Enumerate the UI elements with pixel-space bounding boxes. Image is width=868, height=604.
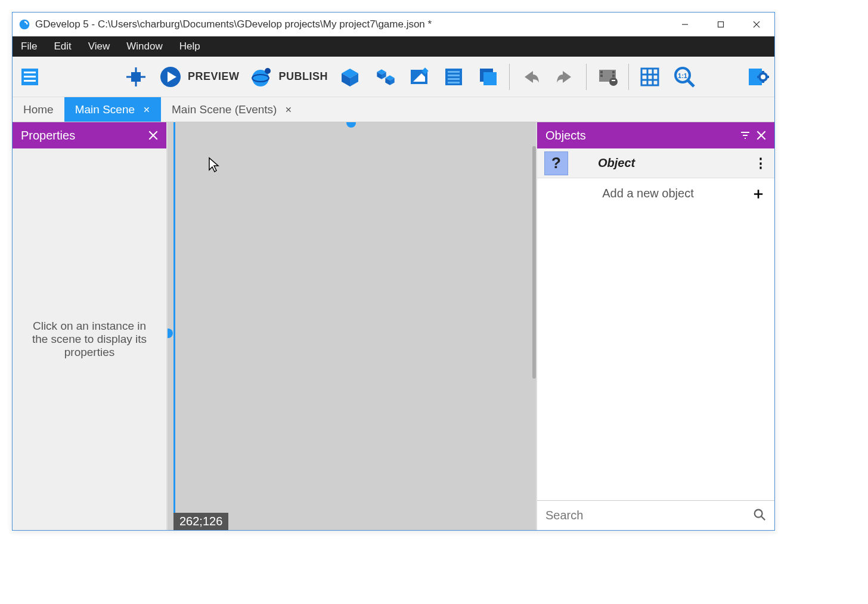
- svg-point-17: [265, 68, 271, 74]
- open-properties-button[interactable]: [403, 61, 435, 93]
- close-icon[interactable]: [757, 131, 766, 140]
- svg-rect-41: [612, 75, 615, 77]
- window-title: GDevelop 5 - C:\Users\charburg\Documents…: [35, 18, 667, 30]
- svg-rect-1: [718, 22, 724, 27]
- svg-line-64: [761, 516, 765, 519]
- workspace: Properties Click on an instance in the s…: [13, 122, 774, 530]
- svg-point-42: [609, 78, 618, 86]
- scene-canvas[interactable]: 262;126: [168, 122, 536, 530]
- menu-view[interactable]: View: [80, 36, 119, 57]
- toggle-grid-button[interactable]: [634, 61, 666, 93]
- window-controls: [667, 13, 774, 36]
- close-icon[interactable]: ✕: [143, 105, 150, 114]
- app-window: GDevelop 5 - C:\Users\charburg\Documents…: [12, 12, 775, 531]
- menu-window[interactable]: Window: [118, 36, 170, 57]
- menu-help[interactable]: Help: [171, 36, 209, 57]
- publish-button[interactable]: [246, 61, 278, 93]
- properties-panel: Properties Click on an instance in the s…: [13, 122, 168, 530]
- tab-main-scene-events[interactable]: Main Scene (Events) ✕: [161, 97, 303, 122]
- svg-rect-32: [448, 75, 460, 76]
- redo-button[interactable]: [549, 61, 581, 93]
- tab-home[interactable]: Home: [13, 97, 64, 122]
- svg-rect-43: [612, 80, 615, 81]
- properties-panel-header: Properties: [13, 122, 166, 148]
- open-instances-list-button[interactable]: [438, 61, 470, 93]
- tab-main-scene[interactable]: Main Scene ✕: [64, 97, 161, 122]
- svg-point-63: [755, 509, 762, 517]
- preview-button[interactable]: [154, 61, 187, 93]
- publish-label: PUBLISH: [279, 70, 328, 83]
- canvas-origin-guide: [173, 122, 175, 530]
- document-tabs: Home Main Scene ✕ Main Scene (Events) ✕: [13, 97, 774, 122]
- object-thumbnail: ?: [544, 151, 568, 175]
- toolbar-separator: [586, 64, 587, 90]
- properties-empty-message: Click on an instance in the scene to dis…: [13, 148, 166, 530]
- menu-file[interactable]: File: [13, 36, 45, 57]
- title-bar: GDevelop 5 - C:\Users\charburg\Documents…: [13, 13, 774, 36]
- menu-edit[interactable]: Edit: [45, 36, 79, 57]
- svg-rect-8: [131, 72, 141, 82]
- open-objects-button[interactable]: [334, 61, 366, 93]
- project-manager-button[interactable]: [14, 61, 46, 93]
- svg-text:1:1: 1:1: [678, 72, 687, 79]
- objects-search-row: [537, 500, 774, 530]
- object-list-item[interactable]: ? Object ⋮: [537, 148, 774, 178]
- object-name: Object: [580, 156, 754, 170]
- cursor-coordinates: 262;126: [173, 513, 228, 530]
- svg-line-50: [688, 80, 694, 86]
- svg-rect-40: [612, 71, 615, 73]
- mouse-cursor-icon: [208, 157, 220, 175]
- canvas-handle-top[interactable]: [346, 122, 356, 128]
- svg-rect-36: [483, 72, 497, 85]
- svg-rect-7: [24, 80, 36, 82]
- close-button[interactable]: [739, 13, 774, 36]
- maximize-button[interactable]: [703, 13, 739, 36]
- search-icon[interactable]: [753, 508, 766, 524]
- canvas-handle-left[interactable]: [168, 329, 173, 338]
- open-object-groups-button[interactable]: [368, 61, 401, 93]
- svg-rect-6: [24, 76, 36, 78]
- svg-rect-44: [641, 69, 658, 85]
- objects-panel: Objects ? Object ⋮ Add a new object ＋: [536, 122, 774, 530]
- object-menu-icon[interactable]: ⋮: [754, 156, 767, 171]
- objects-panel-header: Objects: [537, 122, 774, 148]
- zoom-fit-button[interactable]: 1:1: [668, 61, 700, 93]
- close-icon[interactable]: [148, 131, 158, 140]
- tab-label: Main Scene: [75, 103, 135, 116]
- edit-layer-effects-button[interactable]: [591, 61, 624, 93]
- svg-point-55: [761, 75, 765, 79]
- objects-search-input[interactable]: [545, 509, 753, 522]
- debugger-button[interactable]: [120, 61, 152, 93]
- app-icon: [18, 18, 30, 30]
- toolbar-separator: [509, 64, 510, 90]
- settings-button[interactable]: [741, 61, 773, 93]
- plus-icon: ＋: [751, 183, 766, 204]
- add-object-row[interactable]: Add a new object ＋: [537, 178, 774, 208]
- svg-rect-38: [600, 71, 603, 73]
- filter-icon[interactable]: [740, 130, 751, 141]
- panel-title: Properties: [21, 129, 142, 143]
- close-icon[interactable]: ✕: [285, 105, 292, 114]
- svg-rect-33: [448, 78, 460, 80]
- panel-title: Objects: [545, 129, 734, 143]
- svg-rect-31: [448, 71, 460, 73]
- menu-bar: File Edit View Window Help: [13, 36, 774, 57]
- toolbar-separator: [628, 64, 629, 90]
- svg-rect-5: [24, 72, 36, 73]
- svg-rect-34: [448, 82, 460, 83]
- minimize-button[interactable]: [667, 13, 703, 36]
- toolbar: PREVIEW PUBLISH: [13, 57, 774, 97]
- undo-button[interactable]: [514, 61, 547, 93]
- open-layers-button[interactable]: [472, 61, 504, 93]
- canvas-scrollbar[interactable]: [532, 146, 536, 379]
- add-object-label: Add a new object: [545, 187, 751, 200]
- tab-label: Main Scene (Events): [172, 103, 277, 116]
- tab-label: Home: [23, 103, 54, 116]
- svg-rect-39: [600, 75, 603, 77]
- preview-label: PREVIEW: [188, 70, 240, 83]
